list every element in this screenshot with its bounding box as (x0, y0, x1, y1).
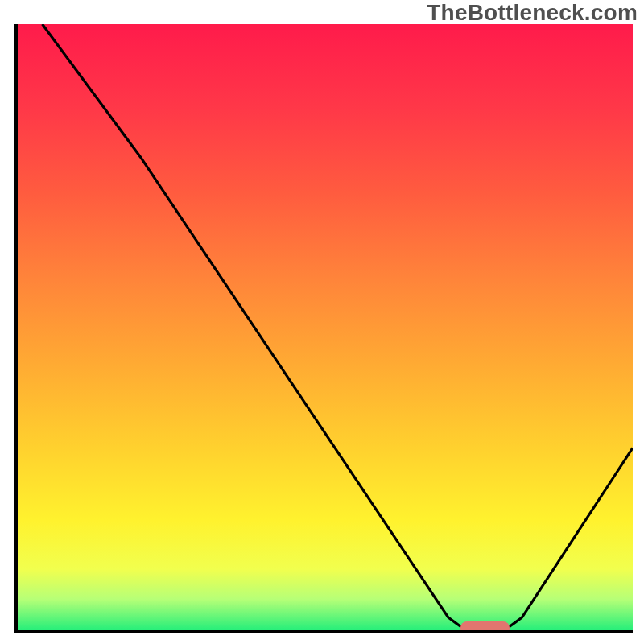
plot-inner (18, 24, 633, 630)
plot-axes (14, 24, 633, 633)
chart-frame: TheBottleneck.com (0, 0, 644, 644)
curve-path (43, 24, 633, 626)
bottleneck-curve (18, 24, 633, 630)
watermark-text: TheBottleneck.com (427, 0, 638, 26)
optimal-zone-marker (460, 621, 510, 630)
